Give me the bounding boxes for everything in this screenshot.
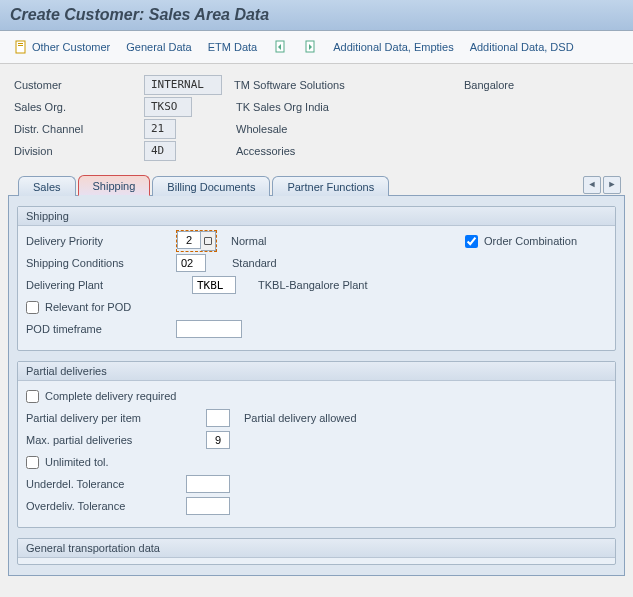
underdel-input[interactable] [186,475,230,493]
complete-delivery-checkbox[interactable]: Complete delivery required [26,390,176,403]
tab-partner[interactable]: Partner Functions [272,176,389,196]
delivery-priority-label: Delivery Priority [26,235,176,247]
complete-delivery-input[interactable] [26,390,39,403]
delivery-priority-desc: Normal [231,235,266,247]
relevant-pod-label: Relevant for POD [45,301,131,313]
max-partial-input[interactable] [206,431,230,449]
svg-rect-2 [18,45,23,46]
per-item-label: Partial delivery per item [26,412,206,424]
application-toolbar: Other Customer General Data ETM Data Add… [0,31,633,64]
relevant-pod-checkbox[interactable]: Relevant for POD [26,301,131,314]
sheet-prev-icon [273,40,287,54]
search-help-icon[interactable] [201,231,216,251]
shipping-group: Shipping Delivery Priority Normal Order … [17,206,616,351]
customer-value: INTERNAL [144,75,222,95]
unlimited-tol-input[interactable] [26,456,39,469]
shipping-conditions-label: Shipping Conditions [26,257,176,269]
distr-channel-label: Distr. Channel [14,123,144,135]
distr-channel-desc: Wholesale [236,123,287,135]
distr-channel-value: 21 [144,119,176,139]
etm-data-button[interactable]: ETM Data [202,38,264,56]
tab-scroll-right[interactable]: ► [603,176,621,194]
pod-timeframe-label: POD timeframe [26,323,176,335]
delivery-priority-input[interactable] [177,231,201,249]
header-area: Customer INTERNAL TM Software Solutions … [0,64,633,168]
additional-empties-button[interactable]: Additional Data, Empties [327,38,459,56]
next-icon-button[interactable] [297,37,323,57]
svg-rect-1 [18,43,23,44]
partial-deliveries-group: Partial deliveries Complete delivery req… [17,361,616,528]
shipping-conditions-input[interactable] [176,254,206,272]
per-item-input[interactable] [206,409,230,427]
delivering-plant-label: Delivering Plant [26,279,176,291]
delivering-plant-desc: TKBL-Bangalore Plant [258,279,367,291]
delivering-plant-input[interactable] [192,276,236,294]
shipping-group-title: Shipping [18,207,615,226]
tab-billing[interactable]: Billing Documents [152,176,270,196]
svg-rect-0 [16,41,25,53]
prev-icon-button[interactable] [267,37,293,57]
relevant-pod-input[interactable] [26,301,39,314]
sheet-next-icon [303,40,317,54]
tab-content: Shipping Delivery Priority Normal Order … [8,196,625,576]
tabstrip: Sales Shipping Billing Documents Partner… [8,174,625,196]
division-label: Division [14,145,144,157]
tab-sales[interactable]: Sales [18,176,76,196]
other-customer-button[interactable]: Other Customer [8,37,116,57]
complete-delivery-label: Complete delivery required [45,390,176,402]
document-icon [14,40,28,54]
shipping-conditions-desc: Standard [232,257,277,269]
customer-city: Bangalore [464,79,514,91]
page-title: Create Customer: Sales Area Data [0,0,633,31]
sales-org-desc: TK Sales Org India [236,101,329,113]
overdel-input[interactable] [186,497,230,515]
order-combination-checkbox[interactable]: Order Combination [465,235,577,248]
max-partial-label: Max. partial deliveries [26,434,206,446]
other-customer-label: Other Customer [32,41,110,53]
transportation-group: General transportation data [17,538,616,565]
general-data-button[interactable]: General Data [120,38,197,56]
per-item-desc: Partial delivery allowed [244,412,357,424]
underdel-label: Underdel. Tolerance [26,478,186,490]
customer-label: Customer [14,79,144,91]
customer-desc: TM Software Solutions [234,79,434,91]
order-combination-label: Order Combination [484,235,577,247]
partial-group-title: Partial deliveries [18,362,615,381]
overdel-label: Overdeliv. Tolerance [26,500,186,512]
sales-org-value: TKSO [144,97,192,117]
pod-timeframe-input[interactable] [176,320,242,338]
division-value: 4D [144,141,176,161]
sales-org-label: Sales Org. [14,101,144,113]
tab-scroll-left[interactable]: ◄ [583,176,601,194]
transportation-group-title: General transportation data [18,539,615,558]
tab-shipping[interactable]: Shipping [78,175,151,196]
additional-dsd-button[interactable]: Additional Data, DSD [464,38,580,56]
order-combination-input[interactable] [465,235,478,248]
division-desc: Accessories [236,145,295,157]
unlimited-tol-label: Unlimited tol. [45,456,109,468]
unlimited-tol-checkbox[interactable]: Unlimited tol. [26,456,109,469]
